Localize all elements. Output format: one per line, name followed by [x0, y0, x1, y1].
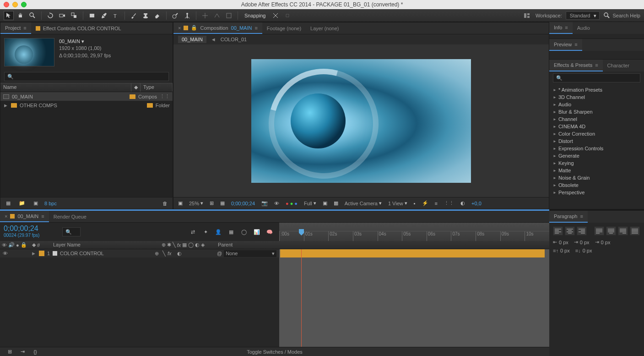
playhead[interactable] [301, 223, 302, 241]
workspace-dropdown[interactable]: Standard [566, 11, 600, 20]
graph-editor-icon[interactable]: 📊 [252, 227, 262, 236]
lock-icon[interactable]: 🔒 [21, 242, 27, 248]
window-minimize-button[interactable] [12, 2, 18, 7]
col-type[interactable]: Type [141, 83, 173, 92]
rectangle-tool[interactable] [87, 11, 97, 20]
show-snapshot-icon[interactable]: 👁 [272, 201, 281, 206]
effects-list[interactable]: * Animation Presets 3D Channel Audio Blu… [549, 84, 644, 198]
layer-color-swatch[interactable] [39, 251, 44, 256]
comp-thumbnail[interactable] [4, 38, 54, 66]
new-folder-icon[interactable]: 📁 [17, 199, 27, 208]
timeline-icon[interactable]: ≡ [433, 201, 439, 206]
av-icon[interactable]: 👁 [2, 242, 7, 248]
resolution-dropdown[interactable]: Full ▾ [302, 200, 318, 206]
tab-effects-presets[interactable]: Effects & Presets≡ [549, 60, 603, 71]
timeline-timecode[interactable]: 0;00;00;24 [4, 225, 56, 233]
window-maximize-button[interactable] [21, 2, 27, 7]
col-layer-name[interactable]: Layer Name [50, 241, 151, 249]
camera-dropdown[interactable]: Active Camera ▾ [343, 200, 384, 206]
number-icon[interactable]: # [37, 242, 40, 248]
text-tool[interactable]: T [111, 11, 121, 20]
search-help-label[interactable]: Search Help [612, 13, 640, 18]
tab-footage[interactable]: Footage (none) [262, 22, 306, 34]
align-left-button[interactable] [553, 226, 563, 236]
switch-motionblur[interactable]: ◯ [188, 242, 194, 248]
effect-category[interactable]: Obsolete [549, 181, 644, 189]
viewer-timecode[interactable]: 0;00;00;24 [229, 201, 257, 206]
switch-quality[interactable]: ╲ [173, 242, 176, 248]
align-right-button[interactable] [577, 226, 587, 236]
zoom-tool[interactable] [27, 11, 38, 20]
effect-category[interactable]: Color Correction [549, 130, 644, 137]
exposure-value[interactable]: +0,0 [470, 201, 483, 206]
tab-layer[interactable]: Layer (none) [306, 22, 343, 34]
axis-world-icon[interactable] [212, 11, 222, 20]
bpc-button[interactable]: 8 bpc [44, 201, 57, 206]
project-search-input[interactable] [4, 72, 169, 81]
trash-icon[interactable]: 🗑 [160, 199, 170, 208]
tab-audio[interactable]: Audio [573, 22, 595, 34]
layer-bar[interactable] [280, 249, 545, 257]
effect-category[interactable]: Expression Controls [549, 145, 644, 152]
workspace-icon[interactable] [522, 11, 532, 20]
grid-icon[interactable]: ▦ [218, 200, 227, 206]
switch-collapse[interactable]: ✱ [167, 242, 171, 248]
effects-search-input[interactable] [553, 73, 640, 82]
pen-tool[interactable] [99, 11, 109, 20]
roi-icon[interactable]: ▣ [321, 200, 329, 206]
switch-adjustment[interactable]: ◐ [195, 242, 200, 248]
space-before-input[interactable]: ≡↑0 px [553, 248, 570, 253]
justify-last-center-button[interactable] [606, 226, 616, 236]
zoom-dropdown[interactable]: 25% ▾ [187, 200, 205, 206]
space-after-input[interactable]: ≡↓0 px [575, 248, 592, 253]
label-icon[interactable]: ◆ [32, 242, 36, 248]
selection-tool[interactable] [4, 11, 14, 20]
brackets-icon[interactable]: {} [30, 347, 40, 356]
pickwhip-icon[interactable]: @ [217, 251, 222, 256]
axis-local-icon[interactable] [200, 11, 210, 20]
brainstorm-icon[interactable]: 🧠 [265, 227, 275, 236]
axis-view-icon[interactable] [224, 11, 234, 20]
crumb-main[interactable]: 00_MAIN [178, 36, 206, 43]
indent-right-input[interactable]: ⇥0 px [595, 239, 611, 245]
project-list[interactable]: 00_MAIN Compos⋮⋮ ► OTHER COMPS Folder [0, 92, 173, 197]
brush-tool[interactable] [129, 11, 139, 20]
solo-icon[interactable]: ● [16, 242, 19, 248]
interpret-footage-icon[interactable]: ▦ [3, 199, 13, 208]
motion-blur-icon[interactable]: ◯ [239, 227, 249, 236]
switch-frameblend[interactable]: ▦ [182, 242, 187, 248]
tab-composition[interactable]: × 🔒 Composition 00_MAIN ≡ [173, 22, 262, 34]
tab-effect-controls[interactable]: Effect Controls COLOR CONTROL [31, 22, 126, 34]
effect-category[interactable]: Distort [549, 137, 644, 145]
pixel-aspect-icon[interactable]: ▪ [412, 201, 417, 206]
snapping-toggle[interactable] [271, 11, 281, 20]
toggle-switches-button[interactable]: Toggle Switches / Modes [247, 349, 303, 355]
channel-icon[interactable]: ●●● [284, 201, 299, 206]
col-name[interactable]: Name [0, 83, 131, 92]
tab-project[interactable]: Project≡ [0, 22, 31, 34]
indent-left-input[interactable]: ⇤0 px [553, 239, 568, 245]
reset-exposure-icon[interactable]: ◐ [459, 200, 467, 206]
comp-mini-flow-icon[interactable]: ⇄ [188, 227, 198, 236]
justify-last-right-button[interactable] [618, 226, 628, 236]
tab-info[interactable]: Info≡ [549, 22, 573, 34]
snapshot-icon[interactable]: 📷 [260, 200, 270, 206]
tab-preview[interactable]: Preview≡ [549, 39, 582, 51]
window-close-button[interactable] [4, 2, 9, 7]
crumb-color[interactable]: COLOR_01 [221, 37, 247, 42]
clone-stamp-tool[interactable] [141, 11, 151, 20]
switch-3d[interactable]: ◈ [201, 242, 205, 248]
canvas-area[interactable] [173, 44, 549, 197]
effect-category[interactable]: Keying [549, 159, 644, 167]
list-row[interactable]: 00_MAIN Compos⋮⋮ [0, 92, 173, 101]
rotation-tool[interactable] [45, 11, 55, 20]
in-out-icon[interactable]: ⇥ [17, 347, 27, 356]
justify-last-left-button[interactable] [594, 226, 604, 236]
indent-first-input[interactable]: ⇥0 px [574, 239, 590, 245]
timeline-tracks[interactable] [279, 249, 549, 347]
justify-all-button[interactable] [630, 226, 640, 236]
draft-3d-icon[interactable]: ✦ [200, 227, 211, 236]
composition-canvas[interactable] [251, 59, 471, 183]
effect-category[interactable]: CINEMA 4D [549, 123, 644, 130]
toggle-switches-icon[interactable]: ⊞ [5, 347, 15, 356]
